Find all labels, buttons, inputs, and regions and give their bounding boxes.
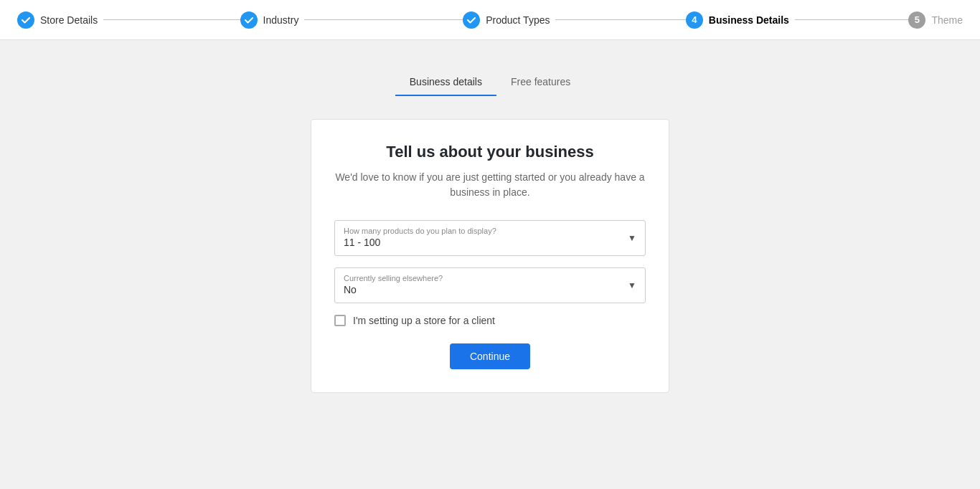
nav-step-industry[interactable]: Industry <box>240 11 463 29</box>
selling-dropdown-arrow: ▼ <box>628 280 636 290</box>
selling-label: Currently selling elsewhere? <box>344 274 636 283</box>
tab-free-features[interactable]: Free features <box>496 69 585 96</box>
connector-4 <box>795 19 909 20</box>
nav-step-business-details[interactable]: 4 Business Details <box>686 11 909 29</box>
nav-step-store-details-label: Store Details <box>40 14 98 26</box>
business-details-card: Tell us about your business We'd love to… <box>311 119 669 393</box>
nav-step-theme[interactable]: 5 Theme <box>908 11 963 29</box>
client-checkbox[interactable] <box>334 315 346 326</box>
number-icon-business-details: 4 <box>686 11 703 29</box>
nav-step-business-details-label: Business Details <box>709 14 789 26</box>
connector-1 <box>103 19 240 20</box>
client-checkbox-label: I'm setting up a store for a client <box>353 315 495 326</box>
continue-button[interactable]: Continue <box>450 343 530 369</box>
nav-step-industry-label: Industry <box>263 14 299 26</box>
nav-step-product-types[interactable]: Product Types <box>463 11 686 29</box>
check-icon-industry <box>240 11 258 29</box>
top-nav: Store Details Industry Product Types 4 B… <box>0 0 980 40</box>
products-label: How many products do you plan to display… <box>344 227 636 235</box>
connector-2 <box>304 19 463 20</box>
client-checkbox-row: I'm setting up a store for a client <box>334 315 646 326</box>
products-dropdown-arrow: ▼ <box>628 233 636 243</box>
check-icon-product-types <box>463 11 480 29</box>
nav-step-store-details[interactable]: Store Details <box>17 11 240 29</box>
page-title: Tell us about your business <box>334 143 646 161</box>
products-select[interactable]: How many products do you plan to display… <box>334 220 646 256</box>
nav-step-product-types-label: Product Types <box>486 14 550 26</box>
selling-select[interactable]: Currently selling elsewhere? No ▼ <box>334 267 646 303</box>
nav-step-theme-label: Theme <box>931 14 963 26</box>
number-icon-theme: 5 <box>908 11 925 29</box>
main-content: Business details Free features Tell us a… <box>0 40 980 393</box>
connector-3 <box>555 19 685 20</box>
tab-business-details[interactable]: Business details <box>395 69 496 96</box>
tabs: Business details Free features <box>395 69 585 96</box>
products-value: 11 - 100 <box>344 237 636 248</box>
check-icon-store-details <box>17 11 34 29</box>
page-subtitle: We'd love to know if you are just gettin… <box>334 170 646 200</box>
selling-value: No <box>344 284 636 295</box>
